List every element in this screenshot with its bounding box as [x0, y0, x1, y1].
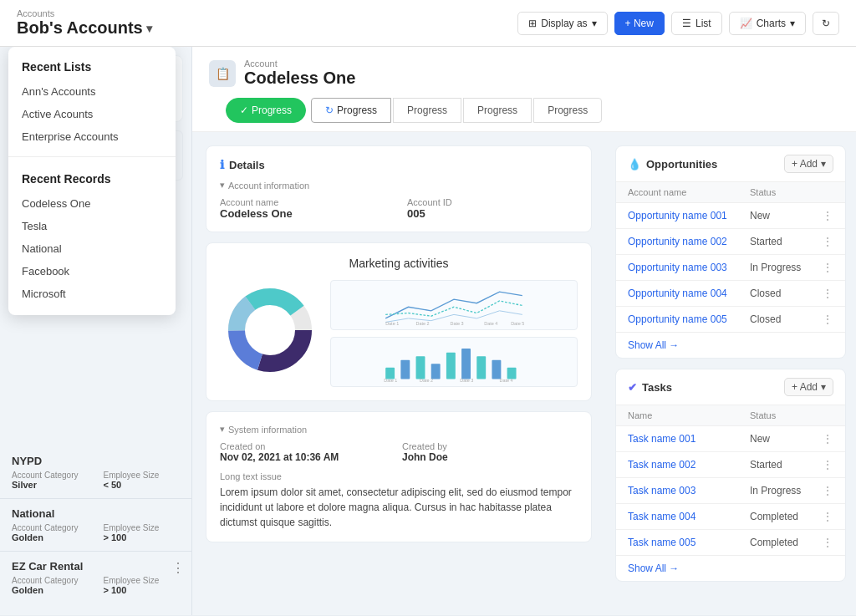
- chevron-down-icon: ▾: [220, 424, 225, 435]
- refresh-button[interactable]: ↻: [813, 12, 839, 35]
- row-menu-icon[interactable]: ⋮: [817, 484, 833, 497]
- account-card-title: National: [12, 507, 180, 520]
- chevron-down-icon: ▾: [821, 158, 826, 170]
- chart-icon: 📈: [740, 18, 752, 29]
- system-info-card: ▾ System information Created on Nov 02, …: [206, 411, 592, 542]
- long-text-label: Long text issue: [220, 471, 578, 481]
- svg-text:Date 5: Date 5: [511, 321, 524, 326]
- task-row-1: Task name 001 New ⋮: [616, 426, 845, 452]
- account-name-row: 📋 Account Codeless One: [209, 59, 839, 88]
- task-link-2[interactable]: Task name 002: [628, 459, 750, 471]
- opportunity-link-3[interactable]: Opportunity name 003: [628, 262, 750, 273]
- new-button[interactable]: + New: [614, 12, 665, 35]
- row-menu-icon[interactable]: ⋮: [817, 261, 833, 274]
- marketing-chart-title: Marketing activities: [220, 257, 578, 270]
- chevron-down-icon: ▾: [821, 381, 826, 393]
- display-as-button[interactable]: ⊞ Display as ▾: [517, 12, 607, 35]
- header-actions: ⊞ Display as ▾ + New ☰ List 📈 Charts ▾ ↻: [517, 12, 839, 35]
- list-icon: ☰: [682, 18, 691, 29]
- task-row-5: Task name 005 Completed ⋮: [616, 530, 845, 555]
- opportunities-title: 💧 Opportunities: [628, 158, 717, 171]
- pipeline-step-5[interactable]: Progress: [533, 98, 602, 123]
- row-menu-icon[interactable]: ⋮: [817, 458, 833, 471]
- right-sidebar: 💧 Opportunities + Add ▾ Account name Sta…: [605, 132, 856, 615]
- tasks-widget: ✔ Tasks + Add ▾ Name Status: [615, 369, 846, 582]
- dropdown-item-national[interactable]: National: [8, 237, 176, 260]
- account-info-grid: Account name Codeless One Account ID 005: [220, 197, 578, 220]
- opportunity-row-4: Opportunity name 004 Closed ⋮: [616, 281, 845, 307]
- recent-records-title: Recent Records: [8, 165, 176, 192]
- row-menu-icon[interactable]: ⋮: [817, 432, 833, 445]
- account-label: Account: [244, 59, 355, 69]
- card-menu-icon[interactable]: ⋮: [171, 560, 185, 576]
- svg-rect-15: [446, 353, 456, 379]
- line-chart: Date 1 Date 2 Date 3 Date 4 Date 5: [330, 280, 578, 330]
- account-card-meta: Account Category Silver Employee Size < …: [12, 471, 180, 490]
- account-icon: 📋: [209, 60, 236, 87]
- dropdown-item-microsoft[interactable]: Microsoft: [8, 283, 176, 305]
- marketing-chart-card: Marketing activities: [206, 242, 592, 401]
- account-card-ez[interactable]: EZ Car Rental ⋮ Account Category Golden …: [0, 552, 191, 615]
- pipeline-step-4[interactable]: Progress: [463, 98, 532, 123]
- field-account-id: Account ID 005: [407, 197, 578, 220]
- dropdown-item-codeless[interactable]: Codeless One: [8, 192, 176, 215]
- account-info-section[interactable]: ▾ Account information: [220, 180, 578, 191]
- line-bar-charts: Date 1 Date 2 Date 3 Date 4 Date 5: [330, 280, 578, 387]
- opportunity-link-1[interactable]: Opportunity name 001: [628, 210, 750, 221]
- opportunities-show-all[interactable]: Show All →: [616, 332, 845, 358]
- dropdown-item-active[interactable]: Active Acounts: [8, 103, 176, 125]
- account-card-meta: Account Category Golden Employee Size > …: [12, 576, 180, 615]
- bar-chart: Date 1 Date 2 Date 3 Date 4: [330, 337, 578, 387]
- task-link-4[interactable]: Task name 004: [628, 511, 750, 522]
- dropdown-item-tesla[interactable]: Tesla: [8, 215, 176, 237]
- svg-text:Date 4: Date 4: [484, 321, 497, 326]
- system-info-grid: Created on Nov 02, 2021 at 10:36 AM Crea…: [220, 441, 578, 463]
- list-button[interactable]: ☰ List: [671, 12, 722, 35]
- row-menu-icon[interactable]: ⋮: [817, 235, 833, 248]
- opportunity-row-1: Opportunity name 001 New ⋮: [616, 203, 845, 229]
- opportunity-link-4[interactable]: Opportunity name 004: [628, 288, 750, 299]
- opportunity-link-5[interactable]: Opportunity name 005: [628, 313, 750, 325]
- tasks-rows: Task name 001 New ⋮ Task name 002 Starte…: [616, 426, 845, 555]
- right-panel: 📋 Account Codeless One ✓ Progress ↻: [192, 47, 856, 615]
- pipeline-step-1[interactable]: ✓ Progress: [226, 98, 306, 123]
- svg-point-5: [247, 307, 293, 354]
- row-menu-icon[interactable]: ⋮: [817, 510, 833, 523]
- row-menu-icon[interactable]: ⋮: [817, 209, 833, 222]
- opportunity-row-5: Opportunity name 005 Closed ⋮: [616, 307, 845, 332]
- tasks-icon: ✔: [628, 381, 637, 394]
- svg-text:Date 1: Date 1: [384, 378, 397, 383]
- task-row-3: Task name 003 In Progress ⋮: [616, 478, 845, 504]
- task-row-4: Task name 004 Completed ⋮: [616, 504, 845, 530]
- dropdown-menu: Recent Lists Ann's Accounts Active Acoun…: [8, 47, 176, 315]
- task-link-1[interactable]: Task name 001: [628, 433, 750, 445]
- dropdown-item-anns[interactable]: Ann's Accounts: [8, 80, 176, 103]
- charts-button[interactable]: 📈 Charts ▾: [729, 12, 806, 35]
- tasks-show-all[interactable]: Show All →: [616, 555, 845, 581]
- account-title[interactable]: Bob's Accounts ▾: [17, 18, 152, 38]
- row-menu-icon[interactable]: ⋮: [817, 313, 833, 326]
- task-link-3[interactable]: Task name 003: [628, 485, 750, 496]
- dropdown-item-enterprise[interactable]: Enterprise Accounts: [8, 125, 176, 148]
- breadcrumb: Accounts: [17, 8, 152, 18]
- svg-text:Date 2: Date 2: [416, 321, 430, 326]
- task-link-5[interactable]: Task name 005: [628, 537, 750, 548]
- row-menu-icon[interactable]: ⋮: [817, 287, 833, 300]
- chevron-down-icon: ▾: [592, 18, 597, 29]
- dropdown-item-facebook[interactable]: Facebook: [8, 260, 176, 283]
- account-card-nypd[interactable]: NYPD Account Category Silver Employee Si…: [0, 446, 191, 499]
- pipeline-step-3[interactable]: Progress: [393, 98, 461, 123]
- opportunities-add-button[interactable]: + Add ▾: [784, 155, 833, 173]
- pipeline-step-2[interactable]: ↻ Progress: [311, 98, 391, 123]
- system-info-section[interactable]: ▾ System information: [220, 424, 578, 435]
- svg-rect-13: [416, 356, 425, 379]
- chevron-down-icon: ▾: [146, 22, 152, 35]
- opportunities-widget: 💧 Opportunities + Add ▾ Account name Sta…: [615, 145, 846, 359]
- field-created-on: Created on Nov 02, 2021 at 10:36 AM: [220, 441, 395, 463]
- account-card-national[interactable]: National Account Category Golden Employe…: [0, 499, 191, 552]
- opportunity-link-2[interactable]: Opportunity name 002: [628, 236, 750, 247]
- left-panel: Account ID 005 Account ID 004 Recent Lis…: [0, 47, 192, 615]
- tasks-add-button[interactable]: + Add ▾: [784, 378, 833, 396]
- row-menu-icon[interactable]: ⋮: [817, 536, 833, 549]
- detail-body: ℹ Details ▾ Account information Account …: [192, 132, 856, 615]
